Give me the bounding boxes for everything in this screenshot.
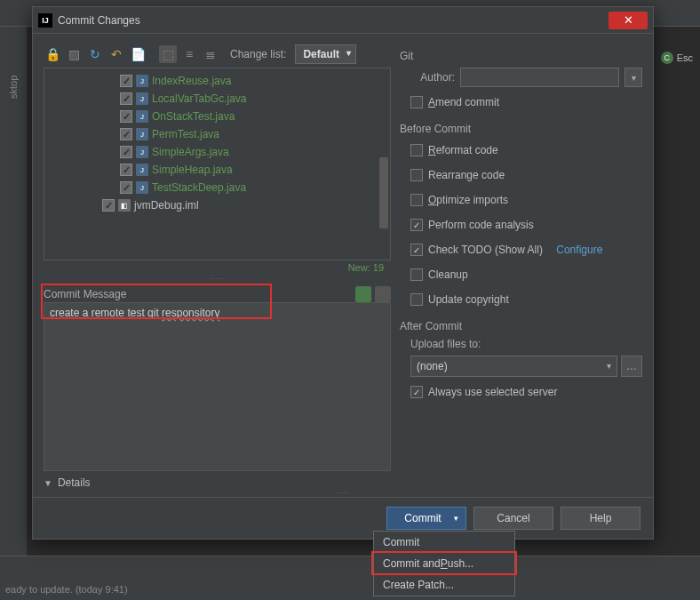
history-icon[interactable] <box>375 286 391 302</box>
menu-create-patch[interactable]: Create Patch... <box>374 574 514 596</box>
upload-label: Upload files to: <box>410 338 642 350</box>
file-name: PermTest.java <box>152 128 219 140</box>
file-checkbox[interactable]: ✓ <box>120 75 132 87</box>
rearrange-checkbox[interactable] <box>410 169 423 181</box>
resize-grip[interactable]: ····· <box>44 275 391 283</box>
file-name: IndexReuse.java <box>152 75 231 87</box>
diff-icon[interactable]: ▨ <box>65 45 83 63</box>
refresh-icon[interactable]: ↻ <box>86 45 104 63</box>
details-toggle[interactable]: ▼ Details <box>44 476 391 489</box>
lock-icon[interactable]: 🔒 <box>44 45 61 63</box>
commit-message-text: create a remote test git <box>50 307 162 319</box>
file-checkbox[interactable]: ✓ <box>120 146 132 158</box>
commit-message-misspell: responsitory <box>162 307 219 319</box>
file-checkbox[interactable]: ✓ <box>102 199 115 212</box>
upload-select[interactable]: (none) <box>410 356 617 377</box>
copyright-checkbox[interactable] <box>410 293 423 306</box>
upload-browse-button[interactable]: … <box>621 356 642 377</box>
spellcheck-icon[interactable] <box>355 286 371 302</box>
changes-toolbar: 🔒 ▨ ↻ ↶ 📄 ⬚ ≡ ≣ Change list: Default <box>44 41 391 68</box>
file-name: LocalVarTabGc.java <box>152 92 247 105</box>
file-row[interactable]: ✓◧jvmDebug.iml <box>44 196 390 214</box>
file-name: SimpleArgs.java <box>152 146 229 158</box>
group-icon[interactable]: ⬚ <box>159 45 177 63</box>
left-tab-label: sktop <box>8 72 19 99</box>
file-row[interactable]: ✓JOnStackTest.java <box>44 108 390 125</box>
cleanup-row[interactable]: Cleanup <box>410 265 642 284</box>
help-button[interactable]: Help <box>561 507 640 530</box>
always-server-row[interactable]: Always use selected server <box>410 382 642 402</box>
before-commit-section: Before Commit <box>400 123 642 135</box>
cancel-button[interactable]: Cancel <box>473 507 553 530</box>
file-row[interactable]: ✓JLocalVarTabGc.java <box>44 90 390 108</box>
file-row[interactable]: ✓JTestStackDeep.java <box>44 179 390 196</box>
analysis-row[interactable]: Perform code analysis <box>410 215 642 235</box>
file-checkbox[interactable]: ✓ <box>120 110 132 123</box>
rearrange-row[interactable]: Rearrange code <box>410 165 642 185</box>
always-server-checkbox[interactable] <box>410 386 423 398</box>
java-file-icon: J <box>136 164 148 176</box>
todo-checkbox[interactable] <box>410 244 423 256</box>
menu-commit-push[interactable]: Commit and Push... <box>374 553 514 574</box>
reformat-checkbox[interactable] <box>410 144 423 156</box>
file-name: TestStackDeep.java <box>152 181 246 194</box>
file-row[interactable]: ✓JIndexReuse.java <box>44 72 390 90</box>
file-name: SimpleHeap.java <box>152 164 233 176</box>
java-file-icon: J <box>136 146 148 158</box>
author-input[interactable] <box>460 68 619 87</box>
file-tree[interactable]: ✓JIndexReuse.java✓JLocalVarTabGc.java✓JO… <box>44 68 391 260</box>
amend-checkbox-row[interactable]: AAmend commitmend commit <box>410 92 642 112</box>
java-file-icon: J <box>136 128 148 140</box>
revert-icon[interactable]: ↶ <box>107 45 125 63</box>
cleanup-checkbox[interactable] <box>410 268 423 281</box>
after-commit-section: After Commit <box>400 320 642 332</box>
file-row[interactable]: ✓JSimpleArgs.java <box>44 143 390 161</box>
esc-hint: C Esc <box>661 52 693 64</box>
file-checkbox[interactable]: ✓ <box>120 181 132 194</box>
resize-grip-bottom[interactable]: ····· <box>33 489 653 497</box>
file-name: OnStackTest.java <box>152 110 235 123</box>
app-icon: IJ <box>38 13 52 28</box>
commit-dropdown-menu: Commit Commit and Push... Create Patch..… <box>373 531 515 596</box>
analysis-checkbox[interactable] <box>410 219 423 231</box>
ide-left-gutter: sktop <box>0 27 27 600</box>
change-list-dropdown[interactable]: Default <box>295 44 356 64</box>
reformat-row[interactable]: Reformat code <box>410 140 642 160</box>
author-label: Author: <box>410 71 455 84</box>
new-changelist-icon[interactable]: 📄 <box>129 45 147 63</box>
ide-statusbar: eady to update. (today 9:41) <box>0 556 700 600</box>
optimize-row[interactable]: Optimize imports <box>410 190 642 210</box>
file-checkbox[interactable]: ✓ <box>120 128 132 140</box>
close-button[interactable]: ✕ <box>609 12 648 29</box>
file-checkbox[interactable]: ✓ <box>120 92 132 105</box>
menu-commit[interactable]: Commit <box>374 532 514 553</box>
commit-dialog: IJ Commit Changes ✕ 🔒 ▨ ↻ ↶ 📄 ⬚ ≡ ≣ Chan… <box>32 6 654 540</box>
file-row[interactable]: ✓JPermTest.java <box>44 125 390 143</box>
status-text: eady to update. (today 9:41) <box>5 584 128 595</box>
titlebar[interactable]: IJ Commit Changes ✕ <box>33 7 653 34</box>
amend-checkbox[interactable] <box>410 96 423 108</box>
new-files-count: New: 19 <box>44 260 391 275</box>
file-row[interactable]: ✓JSimpleHeap.java <box>44 161 390 179</box>
copyright-row[interactable]: Update copyright <box>410 290 642 309</box>
java-file-icon: J <box>136 181 148 194</box>
commit-button[interactable]: Commit <box>386 507 466 530</box>
collapse-icon[interactable]: ≣ <box>202 45 219 63</box>
button-bar: Commit Cancel Help <box>33 497 653 539</box>
file-name: jvmDebug.iml <box>134 199 199 212</box>
chevron-down-icon: ▼ <box>44 478 52 488</box>
commit-message-textarea[interactable]: create a remote test git responsitory <box>44 302 391 471</box>
configure-link[interactable]: Configure <box>556 244 602 256</box>
author-dropdown-button[interactable]: ▾ <box>624 68 642 87</box>
java-file-icon: J <box>136 110 148 123</box>
optimize-checkbox[interactable] <box>410 194 423 206</box>
change-list-label: Change list: <box>230 48 286 60</box>
todo-row[interactable]: Check TODO (Show All) Configure <box>410 240 642 260</box>
expand-icon[interactable]: ≡ <box>180 45 198 63</box>
esc-icon: C <box>661 52 673 64</box>
iml-file-icon: ◧ <box>118 199 131 212</box>
commit-message-label: Commit Message <box>44 288 126 300</box>
scrollbar-thumb[interactable] <box>379 157 388 228</box>
file-checkbox[interactable]: ✓ <box>120 164 132 176</box>
dialog-title: Commit Changes <box>58 14 609 27</box>
